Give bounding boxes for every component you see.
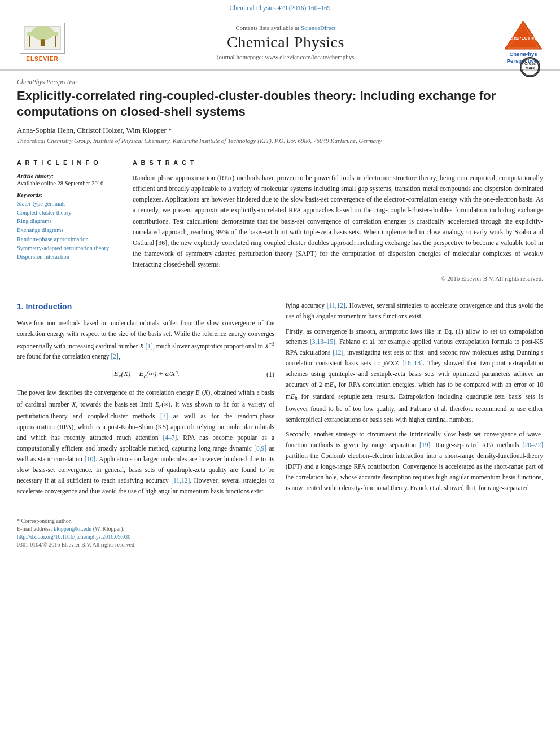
journal-citation-link[interactable]: Chemical Physics 479 (2016) 160–169 (230, 5, 331, 11)
abstract-column: A B S T R A C T Random-phase-approximati… (133, 159, 543, 282)
ref-3[interactable]: [3] (160, 413, 168, 420)
article-info-title: A R T I C L E I N F O (17, 159, 113, 168)
intro-para-1: Wave-function methods based on molecular… (17, 318, 274, 362)
ref-11-12-r[interactable]: [11,12] (327, 302, 345, 309)
elsevier-tree-icon (21, 24, 64, 52)
email-label: E-mail address: (17, 526, 54, 532)
body-left-column: 1. Introduction Wave-function methods ba… (17, 300, 274, 501)
elsevier-text-label: ELSEVIER (26, 56, 58, 62)
crossmark-circle: Cross Mark (520, 57, 540, 77)
keyword-slater[interactable]: Slater-type geminals (17, 199, 113, 208)
journal-center: Contents lists available at ScienceDirec… (73, 24, 498, 60)
ref-2[interactable]: [2] (111, 353, 118, 360)
ref-16-18[interactable]: [16–18] (403, 360, 423, 366)
right-para-3: Secondly, another strategy to circumvent… (286, 429, 543, 493)
svg-point-6 (52, 32, 58, 36)
ref-8-9[interactable]: [8,9] (254, 445, 266, 452)
svg-text:Mark: Mark (526, 66, 535, 70)
ref-19[interactable]: [19] (419, 442, 430, 448)
top-banner: Chemical Physics 479 (2016) 160–169 (0, 0, 560, 15)
keyword-exchange-diagrams[interactable]: Exchange diagrams (17, 226, 113, 235)
section-divider (17, 291, 543, 291)
ref-4-7[interactable]: [4–7] (163, 434, 177, 441)
right-para-1: fying accuracy [11,12]. However, several… (286, 300, 543, 322)
email-note: E-mail address: klopper@kit.edu (W. Klop… (17, 526, 543, 532)
ref-10[interactable]: [10] (85, 456, 95, 462)
chemphys-triangle-icon: PERSPECTIVES (504, 20, 543, 51)
corresponding-author-note: * Corresponding author. (17, 518, 543, 524)
svg-text:PERSPECTIVES: PERSPECTIVES (506, 36, 541, 41)
available-online: Available online 28 September 2016 (17, 180, 103, 186)
article-info-column: A R T I C L E I N F O Article history: A… (17, 159, 121, 282)
contents-available-line: Contents lists available at ScienceDirec… (73, 24, 498, 31)
svg-text:Cross: Cross (524, 62, 536, 65)
keyword-rpa[interactable]: Random-phase approximation (17, 235, 113, 244)
introduction-heading: 1. Introduction (17, 300, 274, 313)
crossmark-icon: Cross Mark (521, 58, 539, 76)
journal-header: ELSEVIER Contents lists available at Sci… (0, 15, 560, 71)
body-text-section: 1. Introduction Wave-function methods ba… (17, 300, 543, 501)
article-info-abstract-section: A R T I C L E I N F O Article history: A… (17, 152, 543, 282)
equation-1-block: |Ec(X) = Ec(∞) + a/X³. (1) (17, 368, 274, 381)
article-history: Article history: Available online 28 Sep… (17, 173, 113, 186)
keywords-label: Keywords: (17, 192, 113, 198)
ref-12-r[interactable]: [12] (333, 349, 343, 356)
keyword-coupled-cluster[interactable]: Coupled-cluster theory (17, 208, 113, 217)
affiliation-text: Theoretical Chemistry Group, Institute o… (17, 137, 543, 144)
right-para-2: Firstly, as convergence is smooth, asymp… (286, 326, 543, 425)
sciencedirect-link[interactable]: ScienceDirect (301, 24, 336, 31)
keyword-ring-diagrams[interactable]: Ring diagrams (17, 217, 113, 226)
homepage-line: journal homepage: www.elsevier.com/locat… (73, 54, 498, 60)
svg-rect-2 (40, 40, 44, 47)
ref-1[interactable]: [1] (146, 342, 153, 349)
keywords-section: Keywords: Slater-type geminals Coupled-c… (17, 192, 113, 261)
history-label: Article history: (17, 173, 113, 179)
svg-point-4 (27, 32, 33, 36)
email-link[interactable]: klopper@kit.edu (54, 526, 91, 532)
issn-line: 0301-0104/© 2016 Elsevier B.V. All right… (17, 541, 543, 548)
doi-line: http://dx.doi.org/10.1016/j.chemphys.201… (17, 534, 543, 540)
abstract-title: A B S T R A C T (133, 159, 543, 168)
contents-text: Contents lists available at (235, 24, 299, 31)
intro-para-2: The power law describes the convergence … (17, 387, 274, 497)
main-content: ChemPhys Perspective Cross Mark Explicit… (0, 71, 560, 513)
equation-1-text: |Ec(X) = Ec(∞) + a/X³. (112, 368, 179, 381)
authors-line: Anna-Sophia Hehn, Christof Holzer, Wim K… (17, 126, 543, 135)
ref-20-22[interactable]: [20–22] (523, 442, 543, 448)
crossmark-badge[interactable]: Cross Mark (520, 57, 540, 77)
article-title: Explicitly-correlated ring-coupled-clust… (17, 88, 543, 120)
svg-point-1 (31, 26, 54, 40)
equation-1-number: (1) (266, 369, 274, 381)
body-right-column: fying accuracy [11,12]. However, several… (286, 300, 543, 501)
svg-marker-7 (505, 21, 542, 49)
authors-text: Anna-Sophia Hehn, Christof Holzer, Wim K… (17, 126, 172, 134)
elsevier-logo-box (20, 23, 65, 54)
ref-3-13-15[interactable]: [3,13–15] (310, 338, 335, 345)
keyword-dispersion[interactable]: Dispersion interaction (17, 252, 113, 261)
keyword-sapt[interactable]: Symmetry-adapted perturbation theory (17, 244, 113, 253)
section-label: ChemPhys Perspective (17, 78, 543, 85)
elsevier-logo: ELSEVIER (11, 23, 73, 62)
page-footer: * Corresponding author. E-mail address: … (0, 513, 560, 551)
abstract-text: Random-phase-approximation (RPA) methods… (133, 173, 543, 270)
journal-title: Chemical Physics (73, 33, 498, 51)
homepage-text: journal homepage: www.elsevier.com/locat… (217, 54, 354, 60)
doi-link[interactable]: http://dx.doi.org/10.1016/j.chemphys.201… (17, 534, 130, 540)
email-name: (W. Klopper). (93, 526, 124, 532)
copyright-line: © 2016 Elsevier B.V. All rights reserved… (133, 275, 543, 282)
ref-11-12[interactable]: [11,12] (171, 477, 190, 484)
